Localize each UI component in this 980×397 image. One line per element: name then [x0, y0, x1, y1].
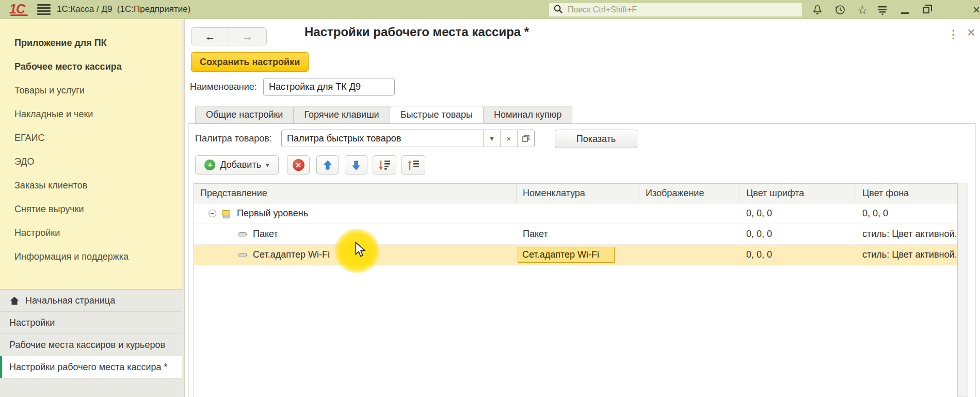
delete-button[interactable]: ✕: [287, 155, 310, 174]
bell-icon[interactable]: [809, 2, 826, 18]
row-label: Пакет: [253, 229, 278, 240]
favorites-star-icon[interactable]: ☆: [854, 2, 871, 18]
sidebar-divider: [182, 19, 185, 397]
dock-item-label: Настройки: [9, 317, 55, 328]
column-header[interactable]: Представление: [194, 184, 517, 203]
cell-nomenclature[interactable]: Сет.адаптер Wi-Fi: [517, 245, 639, 265]
cell-font-color[interactable]: 0, 0, 0: [740, 224, 856, 244]
panel-left-border: [188, 123, 189, 397]
dock-item-label: Начальная страница: [25, 295, 115, 306]
palette-value[interactable]: Палитра быстрых товаров: [282, 130, 483, 147]
dock-item-label: Рабочие места кассиров и курьеров: [9, 340, 165, 351]
tab-inactive[interactable]: Номинал купюр: [484, 106, 572, 123]
dropdown-arrow-icon[interactable]: ▾: [483, 130, 500, 147]
cell-presentation[interactable]: Первый уровень: [194, 203, 517, 224]
column-header[interactable]: Изображение: [639, 184, 740, 203]
cell-font-color[interactable]: 0, 0, 0: [740, 245, 856, 265]
full-functions-icon[interactable]: [874, 2, 891, 18]
sidebar: Приложение для ПКРабочее место кассираТо…: [0, 19, 182, 397]
show-button[interactable]: Показать: [555, 130, 637, 148]
delete-icon: ✕: [293, 159, 304, 171]
dock-item[interactable]: Рабочие места кассиров и курьеров: [0, 334, 182, 356]
cell-bg-color[interactable]: 0, 0, 0: [856, 203, 956, 224]
item-dash-icon: [238, 253, 247, 257]
tab-inactive[interactable]: Общие настройки: [195, 106, 293, 123]
column-header[interactable]: Цвет шрифта: [740, 184, 856, 203]
column-header[interactable]: Цвет фона: [856, 184, 956, 203]
row-label: Первый уровень: [237, 208, 308, 219]
tab-active[interactable]: Быстрые товары: [390, 106, 484, 124]
save-settings-button[interactable]: Сохранить настройки: [191, 52, 309, 72]
dock-item[interactable]: Настройки рабочего места кассира *: [0, 356, 182, 378]
sidebar-item[interactable]: Заказы клиентов: [0, 173, 182, 197]
sort-descending-button[interactable]: [373, 155, 396, 174]
dock-item[interactable]: Начальная страница: [0, 290, 182, 312]
history-icon[interactable]: [832, 2, 848, 18]
main-menu-icon[interactable]: [37, 4, 51, 15]
table-row[interactable]: ПакетПакет0, 0, 0стиль: Цвет активной...: [194, 224, 957, 245]
table-header: ПредставлениеНоменклатураИзображениеЦвет…: [194, 184, 957, 203]
open-list-icon[interactable]: [517, 130, 534, 147]
sidebar-item[interactable]: Товары и услуги: [0, 78, 182, 102]
form-close-icon[interactable]: ×: [967, 26, 975, 40]
global-search[interactable]: [549, 3, 802, 17]
cell-bg-color[interactable]: стиль: Цвет активной...: [856, 245, 956, 265]
sidebar-item[interactable]: Приложение для ПК: [0, 31, 182, 55]
navigation-buttons: ← →: [191, 27, 267, 45]
sidebar-item[interactable]: Рабочее место кассира: [0, 55, 182, 78]
cell-presentation[interactable]: Сет.адаптер Wi-Fi: [194, 245, 517, 265]
restore-icon[interactable]: [918, 2, 934, 18]
column-header[interactable]: Номенклатура: [517, 184, 639, 203]
cell-image[interactable]: [639, 245, 740, 265]
row-label: Сет.адаптер Wi-Fi: [253, 249, 330, 260]
app-titlebar: 1С 1С:Касса / Д9 (1С:Предприятие) ☆ ×: [0, 0, 980, 19]
clear-icon[interactable]: ×: [500, 130, 517, 147]
tab-inactive[interactable]: Горячие клавиши: [293, 106, 389, 123]
cell-font-color[interactable]: 0, 0, 0: [740, 203, 856, 224]
cell-presentation[interactable]: Пакет: [194, 224, 517, 244]
sort-ascending-icon: [406, 159, 421, 171]
close-icon[interactable]: ×: [968, 2, 980, 18]
table-scrollbar[interactable]: [958, 183, 968, 397]
cell-nomenclature[interactable]: [517, 203, 639, 224]
window-title: 1С:Касса / Д9 (1С:Предприятие): [57, 4, 190, 14]
chevron-down-icon: ▾: [266, 161, 269, 169]
table-row[interactable]: Первый уровень0, 0, 00, 0, 0: [194, 203, 957, 224]
sidebar-item[interactable]: ЭДО: [0, 150, 182, 173]
back-button[interactable]: ←: [191, 28, 229, 45]
table-body: Первый уровень0, 0, 00, 0, 0ПакетПакет0,…: [194, 203, 957, 265]
table-row[interactable]: Сет.адаптер Wi-FiСет.адаптер Wi-Fi0, 0, …: [194, 245, 957, 265]
sort-ascending-button[interactable]: [401, 155, 425, 174]
palette-label: Палитра товаров:: [195, 133, 272, 144]
dock-item[interactable]: Настройки: [0, 312, 182, 334]
sidebar-item[interactable]: Настройки: [0, 221, 182, 245]
nomenclature-edit-cell[interactable]: Сет.адаптер Wi-Fi: [518, 247, 615, 263]
sidebar-item[interactable]: Накладные и чеки: [0, 102, 182, 126]
cell-nomenclature[interactable]: Пакет: [517, 224, 639, 244]
palette-combobox[interactable]: Палитра быстрых товаров ▾ ×: [281, 130, 535, 147]
minimize-icon[interactable]: [896, 2, 913, 18]
sidebar-menu: Приложение для ПКРабочее место кассираТо…: [0, 31, 182, 268]
name-input[interactable]: [263, 78, 395, 96]
forward-button[interactable]: →: [229, 28, 266, 45]
search-icon: [553, 4, 563, 16]
cell-image[interactable]: [639, 203, 740, 224]
sidebar-item[interactable]: Информация и поддержка: [0, 245, 182, 268]
move-down-button[interactable]: [345, 155, 367, 174]
more-menu-icon[interactable]: ⋮: [947, 28, 959, 41]
add-button[interactable]: + Добавить ▾: [195, 155, 279, 174]
cell-bg-color[interactable]: стиль: Цвет активной...: [856, 224, 956, 244]
collapse-icon[interactable]: [208, 210, 216, 217]
add-plus-icon: +: [204, 160, 215, 170]
cell-image[interactable]: [639, 224, 740, 244]
move-up-button[interactable]: [316, 155, 339, 174]
home-icon: [9, 296, 20, 306]
sidebar-item[interactable]: ЕГАИС: [0, 126, 182, 150]
add-button-label: Добавить: [220, 160, 261, 170]
name-label: Наименование:: [190, 82, 257, 92]
page-title: Настройки рабочего места кассира *: [304, 25, 529, 39]
sidebar-item[interactable]: Снятие выручки: [0, 197, 182, 221]
1c-logo-icon: 1С: [9, 2, 25, 17]
tab-bar: Общие настройкиГорячие клавишиБыстрые то…: [195, 106, 572, 124]
search-input[interactable]: [567, 5, 789, 15]
